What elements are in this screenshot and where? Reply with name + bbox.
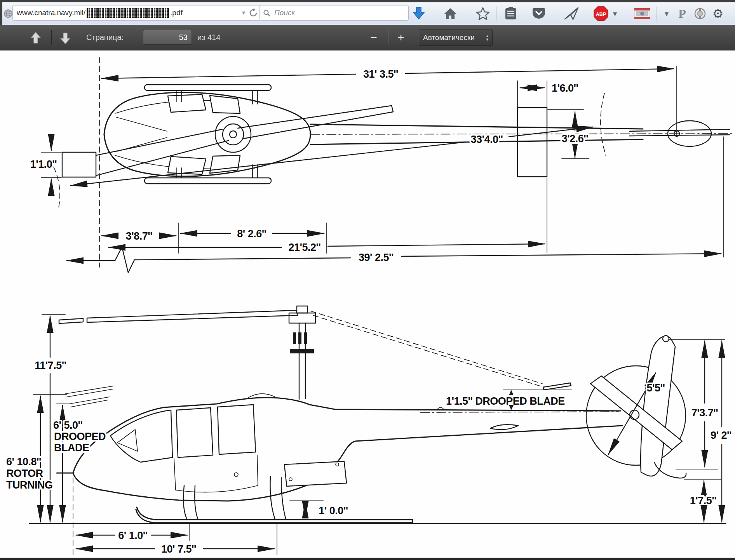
dim-label: TURNING (6, 479, 53, 491)
dim-front-droop-height: 6' 5.0'' DROOPED BLADE (53, 404, 106, 522)
zoom-mode-select[interactable]: Автоматически ▴ ▾ (419, 30, 493, 46)
top-view: 31' 3.5'' 1'6.0'' 33'4.0'' 3'2.6'' (30, 57, 732, 273)
dim-label: 6' 10.8'' (6, 456, 41, 468)
dim-tail-droop: 1'1.5'' DROOPED BLADE (446, 389, 572, 410)
dim-label: 1' 0.0'' (319, 505, 348, 517)
dim-rotor-turning-height: 6' 10.8'' ROTOR TURNING (6, 395, 67, 522)
settings-button[interactable]: ⚙ (710, 6, 726, 21)
url-suffix: .pdf (170, 9, 183, 17)
send-tab-button[interactable] (563, 6, 580, 21)
dim-label: 6' 1.0'' (118, 530, 147, 541)
home-icon (443, 7, 457, 20)
adblock-caret[interactable]: ▾ (611, 6, 619, 21)
extension-p-button[interactable]: P (676, 6, 688, 21)
dim-label: 1'1.0'' (30, 158, 57, 170)
abp-octagon-icon: ABP (593, 6, 609, 21)
dim-label: 6' 5.0'' (53, 419, 82, 431)
screenshot-extension-button[interactable] (633, 6, 651, 21)
url-dropdown-caret-icon[interactable]: ▾ (242, 10, 245, 16)
search-input[interactable] (273, 8, 405, 17)
pocket-button[interactable] (531, 6, 547, 21)
dim-label: 8' 2.6'' (237, 228, 266, 240)
dim-skid-length: 8' 2.6'' (181, 228, 324, 240)
zoom-mode-value: Автоматически (423, 33, 475, 42)
dim-label: 1'1.5'' DROOPED BLADE (446, 395, 565, 407)
dim-label: 5'5'' (647, 382, 665, 394)
url-prefix: www.cnatra.navy.mil/ (17, 9, 85, 17)
pocket-icon (532, 7, 545, 20)
url-bar[interactable]: www.cnatra.navy.mil/ .pdf ▾ (12, 5, 261, 21)
toolbar-separator (388, 30, 388, 45)
dim-label: 31' 3.5'' (363, 68, 398, 80)
download-button[interactable] (411, 6, 427, 21)
dim-label: 9' 2'' (711, 430, 732, 441)
dim-label: 21'5.2'' (289, 242, 321, 253)
dim-label: 33'4.0'' (471, 134, 503, 145)
dim-label: 3'2.6'' (562, 133, 588, 144)
pdf-page: 31' 3.5'' 1'6.0'' 33'4.0'' 3'2.6'' (0, 50, 735, 558)
dim-label: DROOPED (54, 431, 106, 442)
dim-blade-chord: 1'1.0'' (30, 137, 96, 193)
side-view: 11'7.5'' 6' 10.8'' ROTOR TURNING 6' 5.0'… (6, 306, 732, 555)
download-arrow-icon (412, 7, 425, 21)
dim-overall-length: 39' 2.5'' (67, 247, 721, 273)
page-number-input[interactable] (143, 30, 192, 45)
dim-label: 11'7.5'' (35, 360, 66, 371)
adblock-button[interactable]: ABP (593, 6, 609, 21)
dim-tail-clearance: 1'7.5'' (684, 479, 721, 522)
zoom-out-button[interactable]: − (367, 31, 381, 44)
photo-thumbnail-icon (634, 8, 650, 19)
helicopter-dimension-diagram: 31' 3.5'' 1'6.0'' 33'4.0'' 3'2.6'' (0, 50, 735, 558)
caret-down-icon: ▾ (665, 9, 669, 18)
home-button[interactable] (442, 6, 458, 21)
select-spinner-icon: ▴ ▾ (486, 34, 488, 41)
gear-icon: ⚙ (712, 7, 724, 20)
window-bottom-edge (0, 558, 735, 560)
dim-label: 7'3.7'' (691, 407, 718, 419)
bookmarks-menu-button[interactable] (503, 6, 519, 21)
circular-badge-icon (694, 8, 706, 19)
dim-label: 10' 7.5'' (161, 543, 196, 555)
dim-label: 39' 2.5'' (359, 252, 394, 263)
toolbar-separator (657, 7, 657, 21)
dim-label: 3'8.7'' (126, 230, 152, 242)
page-label: Страница: (86, 33, 124, 42)
p-letter-icon: P (678, 7, 686, 21)
up-arrow-icon (30, 31, 42, 45)
pdf-toolbar: Страница: из 414 − + Автоматически ▴ ▾ (0, 25, 735, 51)
browser-navbar: www.cnatra.navy.mil/ .pdf ▾ (0, 2, 735, 25)
star-icon (476, 7, 490, 20)
abp-label: ABP (596, 12, 606, 17)
extension-circle-button[interactable] (693, 6, 707, 21)
dim-main-rotor-span: 31' 3.5'' (102, 68, 674, 80)
plus-icon: + (397, 31, 404, 44)
bookmark-star-button[interactable] (475, 6, 491, 21)
zoom-in-button[interactable]: + (394, 31, 408, 44)
reload-icon[interactable] (249, 9, 258, 17)
dim-label: BLADE (54, 442, 89, 454)
clipboard-list-icon (505, 7, 517, 20)
previous-page-button[interactable] (28, 30, 44, 46)
minus-icon: − (370, 31, 377, 44)
toolbar-separator (496, 7, 496, 21)
dim-label: 1'7.5'' (690, 495, 716, 506)
dim-ground-clearance: 1' 0.0'' (290, 500, 348, 518)
page-total: из 414 (197, 33, 220, 42)
next-page-button[interactable] (57, 30, 73, 46)
caret-down-icon: ▾ (613, 9, 617, 18)
dim-rear-strut-distance: 10' 7.5'' (76, 523, 277, 555)
dim-main-rotor-diameter: 33'4.0'' (71, 127, 593, 186)
dim-body-length: 21'5.2'' (109, 242, 545, 253)
search-icon (263, 9, 270, 17)
paper-plane-icon (564, 7, 579, 21)
spinner-down-icon: ▾ (486, 38, 488, 41)
dim-label: ROTOR (6, 468, 43, 479)
dim-label: 1'6.0'' (552, 82, 578, 94)
search-box[interactable] (260, 5, 409, 21)
overflow-menu-button[interactable]: ▾ (661, 6, 672, 21)
url-redacted-segment (87, 8, 169, 18)
dim-front-strut-distance: 6' 1.0'' (76, 523, 189, 541)
dim-nose-to-skid: 3'8.7'' (102, 230, 176, 242)
down-arrow-icon (59, 31, 71, 45)
toolbar-separator (51, 30, 52, 45)
